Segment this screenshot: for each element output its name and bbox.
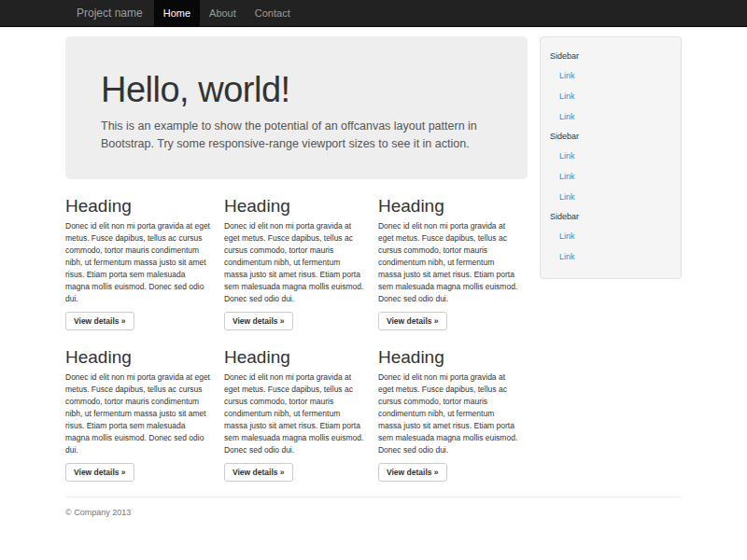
card-body-text: Donec id elit non mi porta gravida at eg… xyxy=(378,220,519,305)
card-heading: Heading xyxy=(65,196,211,216)
navbar-brand[interactable]: Project name xyxy=(65,0,154,27)
sidebar-link[interactable]: Link xyxy=(541,86,681,106)
view-details-button[interactable]: View details » xyxy=(224,312,293,330)
card-body-text: Donec id elit non mi porta gravida at eg… xyxy=(224,371,365,456)
view-details-button[interactable]: View details » xyxy=(378,463,447,482)
sidebar-column: Sidebar Link Link Link Sidebar Link Link… xyxy=(528,27,682,482)
card-body-text: Donec id elit non mi porta gravida at eg… xyxy=(378,371,519,456)
sidebar-group-title: Sidebar xyxy=(541,127,681,146)
content-card: Heading Donec id elit non mi porta gravi… xyxy=(219,179,374,330)
sidebar-group-title: Sidebar xyxy=(541,47,681,65)
jumbotron-description: This is an example to show the potential… xyxy=(101,118,496,153)
card-heading: Heading xyxy=(378,347,519,367)
card-heading: Heading xyxy=(224,196,365,216)
sidebar-link[interactable]: Link xyxy=(541,226,681,246)
footer-divider xyxy=(65,497,682,497)
sidebar-link[interactable]: Link xyxy=(541,166,681,187)
view-details-button[interactable]: View details » xyxy=(224,463,293,482)
copyright-text: © Company 2013 xyxy=(65,508,682,517)
content-card: Heading Donec id elit non mi porta gravi… xyxy=(65,330,219,482)
page-title: Hello, world! xyxy=(101,71,496,108)
card-heading: Heading xyxy=(65,347,211,367)
sidebar-group: Sidebar Link Link Link xyxy=(541,127,681,207)
navbar-container: Project name Home About Contact xyxy=(65,0,682,27)
nav-item-contact[interactable]: Contact xyxy=(246,0,300,27)
content-card: Heading Donec id elit non mi porta gravi… xyxy=(65,179,219,330)
jumbotron: Hello, world! This is an example to show… xyxy=(65,36,528,179)
nav-item-home[interactable]: Home xyxy=(154,0,200,27)
card-body-text: Donec id elit non mi porta gravida at eg… xyxy=(224,220,365,305)
cards-row-1: Heading Donec id elit non mi porta gravi… xyxy=(65,179,528,330)
view-details-button[interactable]: View details » xyxy=(65,312,134,330)
view-details-button[interactable]: View details » xyxy=(378,312,447,330)
sidebar-link[interactable]: Link xyxy=(541,187,681,207)
sidebar-group: Sidebar Link Link Link xyxy=(541,47,681,127)
card-body-text: Donec id elit non mi porta gravida at eg… xyxy=(65,371,211,456)
content-card: Heading Donec id elit non mi porta gravi… xyxy=(374,330,528,482)
sidebar-link[interactable]: Link xyxy=(541,106,681,127)
card-body-text: Donec id elit non mi porta gravida at eg… xyxy=(65,220,211,305)
top-navbar: Project name Home About Contact xyxy=(0,0,747,27)
content-card: Heading Donec id elit non mi porta gravi… xyxy=(219,330,374,482)
card-heading: Heading xyxy=(224,347,365,367)
nav-item-about[interactable]: About xyxy=(200,0,246,27)
sidebar-link[interactable]: Link xyxy=(541,146,681,166)
page-footer: © Company 2013 xyxy=(65,508,682,517)
sidebar-link[interactable]: Link xyxy=(541,246,681,267)
content-card: Heading Donec id elit non mi porta gravi… xyxy=(374,179,528,330)
navbar-menu: Home About Contact xyxy=(154,0,300,27)
card-heading: Heading xyxy=(378,196,519,216)
sidebar-link[interactable]: Link xyxy=(541,65,681,86)
sidebar-group: Sidebar Link Link xyxy=(541,207,681,267)
main-column: Hello, world! This is an example to show… xyxy=(65,27,528,482)
sidebar-panel: Sidebar Link Link Link Sidebar Link Link… xyxy=(540,36,682,279)
sidebar-group-title: Sidebar xyxy=(541,207,681,226)
page-container: Hello, world! This is an example to show… xyxy=(65,27,682,517)
content-row: Hello, world! This is an example to show… xyxy=(65,27,682,482)
cards-row-2: Heading Donec id elit non mi porta gravi… xyxy=(65,330,528,482)
view-details-button[interactable]: View details » xyxy=(65,463,134,482)
